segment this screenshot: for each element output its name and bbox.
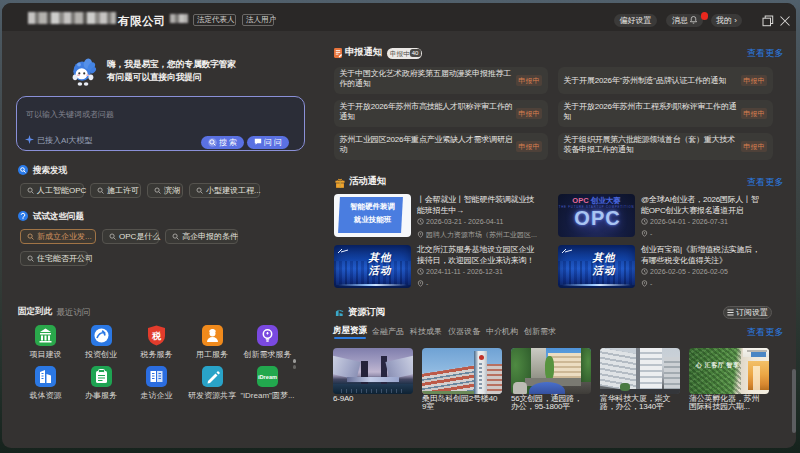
svg-text:iDream: iDream [258, 374, 277, 380]
svg-text:税: 税 [151, 331, 162, 341]
